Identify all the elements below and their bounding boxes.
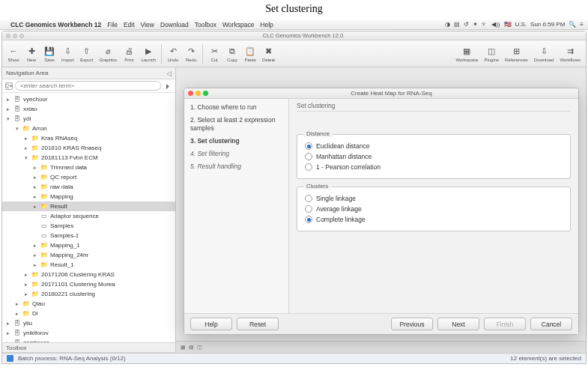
disclosure-icon[interactable]: ▸ bbox=[23, 143, 29, 153]
tree-item[interactable]: ▸📁Kras RNAseq bbox=[2, 133, 175, 143]
disclosure-icon[interactable]: ▸ bbox=[14, 299, 20, 309]
nav-tree[interactable]: ▸🗄vyechoor▸🗄xxiao▾🗄ydi▾📁Arron▸📁Kras RNAs… bbox=[2, 93, 175, 342]
radio-icon[interactable] bbox=[305, 163, 312, 171]
tree-item[interactable]: ▭Samples bbox=[2, 221, 175, 231]
distance-option[interactable]: Euclidean distance bbox=[305, 141, 563, 151]
disclosure-icon[interactable]: ▸ bbox=[23, 270, 29, 279]
menu-view[interactable]: View bbox=[141, 21, 154, 28]
tb-export[interactable]: ⇧Export bbox=[78, 44, 95, 63]
disclosure-icon[interactable]: ▸ bbox=[23, 133, 29, 143]
tree-item[interactable]: ▸🗄xxiao bbox=[2, 104, 175, 114]
view-icon[interactable]: ◫ bbox=[197, 345, 202, 351]
disclosure-icon[interactable]: ▸ bbox=[32, 182, 38, 192]
disclosure-icon[interactable]: ▸ bbox=[32, 250, 38, 260]
spotlight-icon[interactable]: 🔍 bbox=[569, 21, 576, 28]
tree-item[interactable]: ▸📁Di bbox=[2, 309, 175, 318]
menu-edit[interactable]: Edit bbox=[124, 21, 135, 28]
nav-collapse-icon[interactable]: ◁ bbox=[166, 70, 172, 77]
dialog-close-icon[interactable] bbox=[188, 91, 193, 96]
radio-icon[interactable] bbox=[305, 153, 312, 160]
tb-save[interactable]: 💾Save bbox=[41, 44, 58, 63]
disclosure-icon[interactable]: ▸ bbox=[14, 309, 20, 318]
disclosure-icon[interactable]: ▾ bbox=[14, 124, 20, 133]
radio-icon[interactable] bbox=[305, 195, 312, 202]
view-icon[interactable]: ▦ bbox=[181, 345, 186, 351]
tree-item[interactable]: ▾📁Arron bbox=[2, 124, 175, 133]
tb-import[interactable]: ⇩Import bbox=[59, 44, 76, 63]
tree-item[interactable]: ▸📁Trimmed data bbox=[2, 163, 175, 172]
tree-item[interactable]: ▸📁Mapping_24hr bbox=[2, 250, 175, 260]
disclosure-icon[interactable]: ▸ bbox=[23, 279, 29, 289]
tb-workspace[interactable]: ▦Workspace bbox=[453, 44, 480, 63]
tb-graphics[interactable]: ⌀Graphics bbox=[97, 44, 119, 63]
tree-item[interactable]: ▸📁Mapping bbox=[2, 192, 175, 201]
window-min-icon[interactable] bbox=[13, 34, 17, 38]
disclosure-icon[interactable]: ▸ bbox=[5, 328, 11, 338]
search-input[interactable] bbox=[15, 81, 161, 91]
tb-plugins[interactable]: ◫Plugins bbox=[482, 44, 501, 63]
tree-item[interactable]: ▸🗄yliu bbox=[2, 318, 175, 328]
disclosure-icon[interactable]: ▸ bbox=[23, 289, 29, 299]
clusters-option[interactable]: Single linkage bbox=[305, 193, 563, 204]
dialog-max-icon[interactable] bbox=[203, 91, 208, 96]
disclosure-icon[interactable]: ▸ bbox=[32, 240, 38, 250]
tree-item[interactable]: ▾🗄ydi bbox=[2, 114, 175, 124]
search-scope-icon[interactable]: Q▾ bbox=[5, 82, 13, 90]
tree-item[interactable]: ▸📁20171101 Clustering Morea bbox=[2, 279, 175, 289]
tb-undo[interactable]: ↶Undo bbox=[165, 44, 181, 63]
tree-item[interactable]: ▸🗄vyechoor bbox=[2, 94, 175, 104]
radio-icon[interactable] bbox=[305, 205, 312, 213]
notifications-icon[interactable]: ≡ bbox=[580, 21, 584, 28]
tree-item[interactable]: ▸📁raw data bbox=[2, 182, 175, 192]
tree-item[interactable]: ▸📁Qiao bbox=[2, 299, 175, 309]
previous-button[interactable]: Previous bbox=[391, 318, 433, 330]
tree-item[interactable]: ▸📁Result bbox=[2, 201, 175, 211]
radio-icon[interactable] bbox=[305, 142, 312, 150]
view-icon[interactable]: ▤ bbox=[189, 345, 194, 351]
menu-workspace[interactable]: Workspace bbox=[222, 21, 254, 28]
tb-print[interactable]: 🖨Print bbox=[121, 44, 137, 63]
window-close-icon[interactable] bbox=[6, 34, 10, 38]
tree-item[interactable]: ▸📁Result_1 bbox=[2, 260, 175, 270]
tree-item[interactable]: ▸🗄ynikiforov bbox=[2, 328, 175, 338]
disclosure-icon[interactable]: ▾ bbox=[23, 153, 29, 163]
tree-item[interactable]: ▭Samples-1 bbox=[2, 231, 175, 240]
disclosure-icon[interactable]: ▸ bbox=[32, 163, 38, 172]
cancel-button[interactable]: Cancel bbox=[530, 318, 572, 330]
radio-icon[interactable] bbox=[305, 216, 312, 223]
menu-toolbox[interactable]: Toolbox bbox=[195, 21, 216, 28]
tree-item[interactable]: ▸📁20180221 clustering bbox=[2, 289, 175, 299]
tb-redo[interactable]: ↷Redo bbox=[183, 44, 199, 63]
disclosure-icon[interactable]: ▸ bbox=[5, 94, 11, 104]
tree-item[interactable]: ▸📁20171206 Clustering KRAS bbox=[2, 270, 175, 279]
help-button[interactable]: Help bbox=[190, 318, 232, 330]
tb-copy[interactable]: ⧉Copy bbox=[224, 44, 240, 63]
distance-option[interactable]: Manhattan distance bbox=[305, 151, 563, 162]
disclosure-icon[interactable]: ▸ bbox=[32, 260, 38, 270]
tb-show[interactable]: ←Show bbox=[5, 44, 22, 63]
next-button[interactable]: Next bbox=[437, 318, 479, 330]
tb-references[interactable]: ⊞References bbox=[503, 44, 530, 63]
tb-paste[interactable]: 📋Paste bbox=[242, 44, 258, 63]
tb-workflows[interactable]: ⇉Workflows bbox=[557, 44, 583, 63]
disclosure-icon[interactable]: ▸ bbox=[5, 318, 11, 328]
disclosure-icon[interactable]: ▾ bbox=[5, 114, 11, 124]
menu-download[interactable]: Download bbox=[160, 21, 189, 28]
toolbox-header[interactable]: Toolbox bbox=[2, 342, 175, 353]
tb-launch[interactable]: ▶Launch bbox=[139, 44, 158, 63]
disclosure-icon[interactable]: ▸ bbox=[32, 172, 38, 182]
clusters-option[interactable]: Complete linkage bbox=[305, 214, 563, 225]
tb-delete[interactable]: ✖Delete bbox=[260, 44, 277, 63]
clusters-option[interactable]: Average linkage bbox=[305, 204, 563, 214]
tb-cut[interactable]: ✂Cut bbox=[206, 44, 222, 63]
tree-item[interactable]: ▸📁Mapping_1 bbox=[2, 240, 175, 250]
search-go-icon[interactable]: ⏵ bbox=[163, 82, 172, 90]
tree-item[interactable]: ▭Adaptor sequence bbox=[2, 211, 175, 221]
menu-help[interactable]: Help bbox=[260, 21, 273, 28]
reset-button[interactable]: Reset bbox=[237, 318, 279, 330]
menu-file[interactable]: File bbox=[107, 21, 118, 28]
disclosure-icon[interactable]: ▸ bbox=[32, 201, 38, 211]
dialog-min-icon[interactable] bbox=[196, 91, 201, 96]
tb-new[interactable]: ✚New bbox=[23, 44, 40, 63]
tree-item[interactable]: ▸📁201810 KRAS Rnaseq bbox=[2, 143, 175, 153]
